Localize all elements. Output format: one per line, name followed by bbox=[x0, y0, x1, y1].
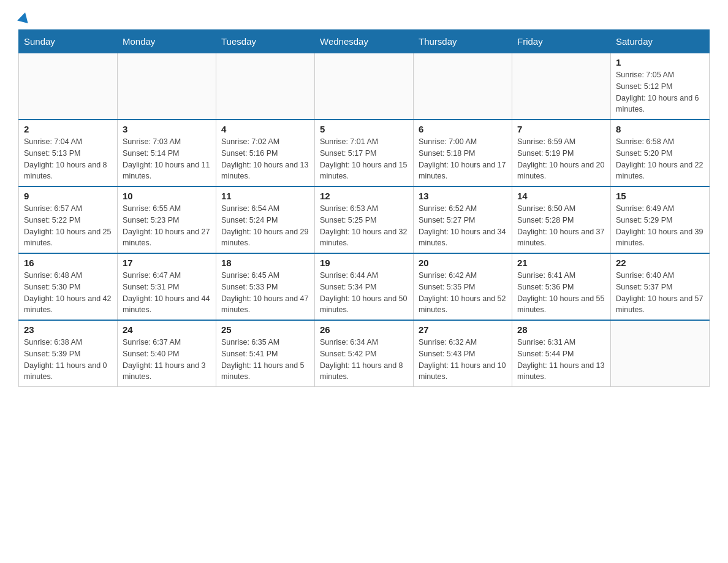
day-number: 1 bbox=[616, 57, 704, 67]
day-info: Sunrise: 6:31 AMSunset: 5:44 PMDaylight:… bbox=[517, 337, 605, 383]
day-number: 9 bbox=[24, 191, 112, 201]
table-row bbox=[216, 53, 315, 120]
day-info: Sunrise: 6:34 AMSunset: 5:42 PMDaylight:… bbox=[320, 337, 408, 383]
day-number: 24 bbox=[123, 324, 211, 335]
day-number: 15 bbox=[616, 191, 704, 201]
table-row: 19Sunrise: 6:44 AMSunset: 5:34 PMDayligh… bbox=[315, 253, 414, 320]
table-row: 28Sunrise: 6:31 AMSunset: 5:44 PMDayligh… bbox=[512, 320, 611, 387]
day-number: 12 bbox=[320, 191, 408, 201]
table-row bbox=[611, 320, 710, 387]
table-row: 5Sunrise: 7:01 AMSunset: 5:17 PMDaylight… bbox=[315, 120, 414, 186]
day-info: Sunrise: 6:32 AMSunset: 5:43 PMDaylight:… bbox=[419, 337, 507, 383]
page-header bbox=[18, 12, 710, 23]
day-number: 27 bbox=[419, 324, 507, 335]
day-number: 5 bbox=[320, 124, 408, 134]
day-info: Sunrise: 6:55 AMSunset: 5:23 PMDaylight:… bbox=[123, 203, 211, 249]
table-row: 15Sunrise: 6:49 AMSunset: 5:29 PMDayligh… bbox=[611, 186, 710, 253]
day-number: 18 bbox=[221, 258, 309, 268]
table-row: 13Sunrise: 6:52 AMSunset: 5:27 PMDayligh… bbox=[414, 186, 512, 253]
week-row-1: 1Sunrise: 7:05 AMSunset: 5:12 PMDaylight… bbox=[19, 53, 710, 120]
day-info: Sunrise: 6:38 AMSunset: 5:39 PMDaylight:… bbox=[24, 337, 112, 383]
table-row: 3Sunrise: 7:03 AMSunset: 5:14 PMDaylight… bbox=[118, 120, 216, 186]
day-info: Sunrise: 6:35 AMSunset: 5:41 PMDaylight:… bbox=[221, 337, 309, 383]
table-row: 7Sunrise: 6:59 AMSunset: 5:19 PMDaylight… bbox=[512, 120, 611, 186]
table-row: 17Sunrise: 6:47 AMSunset: 5:31 PMDayligh… bbox=[118, 253, 216, 320]
day-info: Sunrise: 6:49 AMSunset: 5:29 PMDaylight:… bbox=[616, 203, 704, 249]
day-info: Sunrise: 7:03 AMSunset: 5:14 PMDaylight:… bbox=[123, 136, 211, 182]
table-row: 21Sunrise: 6:41 AMSunset: 5:36 PMDayligh… bbox=[512, 253, 611, 320]
table-row: 26Sunrise: 6:34 AMSunset: 5:42 PMDayligh… bbox=[315, 320, 414, 387]
day-number: 6 bbox=[419, 124, 507, 134]
header-thursday: Thursday bbox=[414, 30, 512, 53]
day-number: 16 bbox=[24, 258, 112, 268]
day-number: 8 bbox=[616, 124, 704, 134]
day-info: Sunrise: 6:52 AMSunset: 5:27 PMDaylight:… bbox=[419, 203, 507, 249]
week-row-5: 23Sunrise: 6:38 AMSunset: 5:39 PMDayligh… bbox=[19, 320, 710, 387]
calendar-header-row: SundayMondayTuesdayWednesdayThursdayFrid… bbox=[19, 30, 710, 53]
day-info: Sunrise: 6:45 AMSunset: 5:33 PMDaylight:… bbox=[221, 270, 309, 316]
week-row-2: 2Sunrise: 7:04 AMSunset: 5:13 PMDaylight… bbox=[19, 120, 710, 186]
day-number: 22 bbox=[616, 258, 704, 268]
day-number: 10 bbox=[123, 191, 211, 201]
header-saturday: Saturday bbox=[611, 30, 710, 53]
day-info: Sunrise: 6:58 AMSunset: 5:20 PMDaylight:… bbox=[616, 136, 704, 182]
day-info: Sunrise: 6:54 AMSunset: 5:24 PMDaylight:… bbox=[221, 203, 309, 249]
day-info: Sunrise: 7:05 AMSunset: 5:12 PMDaylight:… bbox=[616, 69, 704, 115]
day-number: 26 bbox=[320, 324, 408, 335]
day-number: 20 bbox=[419, 258, 507, 268]
table-row: 22Sunrise: 6:40 AMSunset: 5:37 PMDayligh… bbox=[611, 253, 710, 320]
table-row: 1Sunrise: 7:05 AMSunset: 5:12 PMDaylight… bbox=[611, 53, 710, 120]
header-monday: Monday bbox=[118, 30, 216, 53]
header-tuesday: Tuesday bbox=[216, 30, 315, 53]
table-row: 8Sunrise: 6:58 AMSunset: 5:20 PMDaylight… bbox=[611, 120, 710, 186]
day-info: Sunrise: 7:01 AMSunset: 5:17 PMDaylight:… bbox=[320, 136, 408, 182]
day-info: Sunrise: 6:50 AMSunset: 5:28 PMDaylight:… bbox=[517, 203, 605, 249]
table-row: 2Sunrise: 7:04 AMSunset: 5:13 PMDaylight… bbox=[19, 120, 118, 186]
table-row bbox=[315, 53, 414, 120]
table-row: 24Sunrise: 6:37 AMSunset: 5:40 PMDayligh… bbox=[118, 320, 216, 387]
day-info: Sunrise: 7:00 AMSunset: 5:18 PMDaylight:… bbox=[419, 136, 507, 182]
day-number: 17 bbox=[123, 258, 211, 268]
day-info: Sunrise: 6:48 AMSunset: 5:30 PMDaylight:… bbox=[24, 270, 112, 316]
table-row: 6Sunrise: 7:00 AMSunset: 5:18 PMDaylight… bbox=[414, 120, 512, 186]
logo-triangle-icon bbox=[17, 11, 31, 23]
table-row bbox=[414, 53, 512, 120]
day-number: 7 bbox=[517, 124, 605, 134]
table-row: 27Sunrise: 6:32 AMSunset: 5:43 PMDayligh… bbox=[414, 320, 512, 387]
day-info: Sunrise: 6:53 AMSunset: 5:25 PMDaylight:… bbox=[320, 203, 408, 249]
table-row: 16Sunrise: 6:48 AMSunset: 5:30 PMDayligh… bbox=[19, 253, 118, 320]
day-info: Sunrise: 6:42 AMSunset: 5:35 PMDaylight:… bbox=[419, 270, 507, 316]
day-number: 25 bbox=[221, 324, 309, 335]
day-info: Sunrise: 6:57 AMSunset: 5:22 PMDaylight:… bbox=[24, 203, 112, 249]
day-number: 14 bbox=[517, 191, 605, 201]
day-number: 3 bbox=[123, 124, 211, 134]
day-number: 28 bbox=[517, 324, 605, 335]
day-number: 23 bbox=[24, 324, 112, 335]
day-info: Sunrise: 6:40 AMSunset: 5:37 PMDaylight:… bbox=[616, 270, 704, 316]
day-info: Sunrise: 6:41 AMSunset: 5:36 PMDaylight:… bbox=[517, 270, 605, 316]
logo-blue-line bbox=[18, 12, 31, 23]
table-row: 11Sunrise: 6:54 AMSunset: 5:24 PMDayligh… bbox=[216, 186, 315, 253]
table-row bbox=[512, 53, 611, 120]
day-number: 21 bbox=[517, 258, 605, 268]
table-row: 12Sunrise: 6:53 AMSunset: 5:25 PMDayligh… bbox=[315, 186, 414, 253]
table-row: 23Sunrise: 6:38 AMSunset: 5:39 PMDayligh… bbox=[19, 320, 118, 387]
calendar-table: SundayMondayTuesdayWednesdayThursdayFrid… bbox=[18, 29, 710, 387]
day-number: 4 bbox=[221, 124, 309, 134]
header-sunday: Sunday bbox=[19, 30, 118, 53]
day-number: 19 bbox=[320, 258, 408, 268]
day-number: 2 bbox=[24, 124, 112, 134]
header-friday: Friday bbox=[512, 30, 611, 53]
day-info: Sunrise: 6:59 AMSunset: 5:19 PMDaylight:… bbox=[517, 136, 605, 182]
table-row: 4Sunrise: 7:02 AMSunset: 5:16 PMDaylight… bbox=[216, 120, 315, 186]
table-row: 18Sunrise: 6:45 AMSunset: 5:33 PMDayligh… bbox=[216, 253, 315, 320]
day-info: Sunrise: 6:44 AMSunset: 5:34 PMDaylight:… bbox=[320, 270, 408, 316]
table-row: 9Sunrise: 6:57 AMSunset: 5:22 PMDaylight… bbox=[19, 186, 118, 253]
week-row-4: 16Sunrise: 6:48 AMSunset: 5:30 PMDayligh… bbox=[19, 253, 710, 320]
table-row bbox=[19, 53, 118, 120]
header-wednesday: Wednesday bbox=[315, 30, 414, 53]
day-info: Sunrise: 7:04 AMSunset: 5:13 PMDaylight:… bbox=[24, 136, 112, 182]
logo bbox=[18, 12, 31, 23]
week-row-3: 9Sunrise: 6:57 AMSunset: 5:22 PMDaylight… bbox=[19, 186, 710, 253]
table-row bbox=[118, 53, 216, 120]
